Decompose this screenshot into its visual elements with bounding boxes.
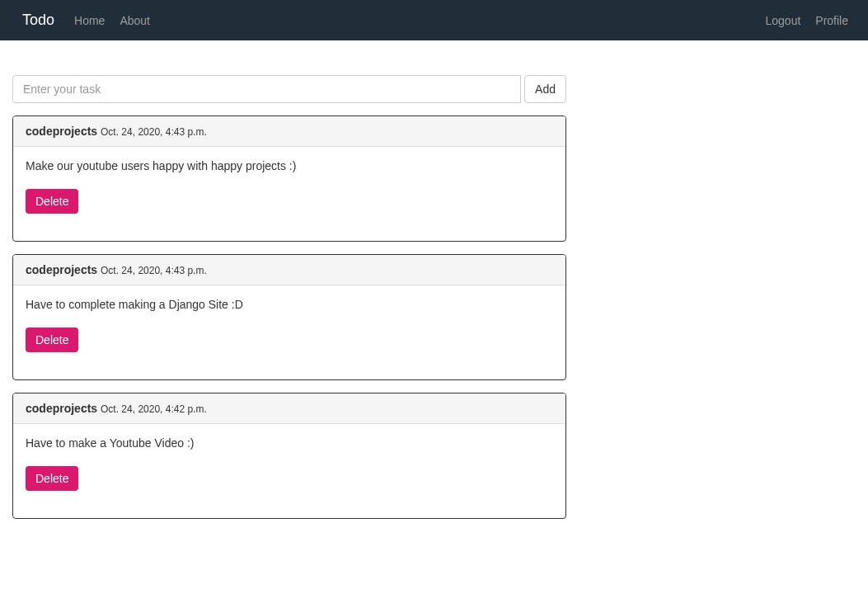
delete-button[interactable]: Delete (26, 189, 78, 214)
panel-heading: codeprojects Oct. 24, 2020, 4:43 p.m. (13, 255, 565, 285)
panel-heading: codeprojects Oct. 24, 2020, 4:43 p.m. (13, 116, 565, 147)
todo-username: codeprojects (26, 125, 97, 138)
nav-link-logout[interactable]: Logout (758, 2, 808, 40)
todo-timestamp: Oct. 24, 2020, 4:42 p.m. (101, 403, 207, 415)
todo-username: codeprojects (26, 263, 97, 276)
task-input-group: Add (12, 75, 566, 103)
navbar: Todo Home About Logout Profile (0, 0, 868, 40)
todo-panel: codeprojects Oct. 24, 2020, 4:43 p.m. Ma… (12, 115, 566, 242)
main-container: Add codeprojects Oct. 24, 2020, 4:43 p.m… (0, 40, 868, 531)
navbar-nav-right: Logout Profile (758, 2, 856, 40)
nav-link-profile[interactable]: Profile (808, 2, 856, 40)
nav-link-about[interactable]: About (112, 2, 157, 40)
todo-content: Make our youtube users happy with happy … (26, 159, 553, 172)
navbar-brand[interactable]: Todo (12, 0, 67, 41)
panel-body: Have to make a Youtube Video :) Delete (13, 424, 565, 518)
panel-heading: codeprojects Oct. 24, 2020, 4:42 p.m. (13, 393, 565, 424)
row: Add codeprojects Oct. 24, 2020, 4:43 p.m… (0, 40, 868, 531)
todo-timestamp: Oct. 24, 2020, 4:43 p.m. (101, 126, 207, 138)
todo-content: Have to make a Youtube Video :) (26, 436, 553, 450)
todo-content: Have to complete making a Django Site :D (26, 298, 553, 311)
todo-panel: codeprojects Oct. 24, 2020, 4:42 p.m. Ha… (12, 393, 566, 519)
delete-button[interactable]: Delete (26, 327, 78, 352)
nav-link-home[interactable]: Home (67, 2, 112, 40)
panel-body: Have to complete making a Django Site :D… (13, 285, 565, 379)
task-input[interactable] (12, 75, 521, 103)
todo-panel: codeprojects Oct. 24, 2020, 4:43 p.m. Ha… (12, 254, 566, 380)
todo-username: codeprojects (26, 402, 97, 415)
todo-timestamp: Oct. 24, 2020, 4:43 p.m. (101, 265, 207, 276)
delete-button[interactable]: Delete (26, 466, 78, 491)
navbar-nav-left: Home About (67, 2, 157, 40)
main-column: Add codeprojects Oct. 24, 2020, 4:43 p.m… (0, 40, 579, 531)
add-button[interactable]: Add (524, 75, 566, 103)
navbar-left: Todo Home About (12, 0, 157, 41)
panel-body: Make our youtube users happy with happy … (13, 147, 565, 241)
